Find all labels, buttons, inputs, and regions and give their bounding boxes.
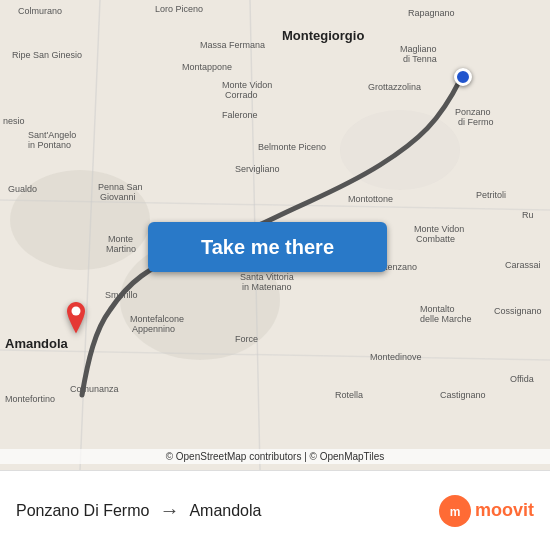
origin-label: Ponzano Di Fermo — [16, 502, 149, 520]
destination-marker — [62, 302, 90, 342]
svg-text:Monte Vidon: Monte Vidon — [414, 224, 464, 234]
svg-text:Ru: Ru — [522, 210, 534, 220]
svg-text:Carassai: Carassai — [505, 260, 541, 270]
svg-text:nesio: nesio — [3, 116, 25, 126]
take-me-there-button[interactable]: Take me there — [148, 222, 387, 272]
svg-text:Falerone: Falerone — [222, 110, 258, 120]
svg-text:Loro Piceno: Loro Piceno — [155, 4, 203, 14]
svg-text:Monte: Monte — [108, 234, 133, 244]
svg-text:Cossignano: Cossignano — [494, 306, 542, 316]
svg-text:in Matenano: in Matenano — [242, 282, 292, 292]
svg-text:Combatte: Combatte — [416, 234, 455, 244]
svg-text:Martino: Martino — [106, 244, 136, 254]
svg-text:Montottone: Montottone — [348, 194, 393, 204]
svg-text:Sant'Angelo: Sant'Angelo — [28, 130, 76, 140]
svg-text:Montalto: Montalto — [420, 304, 455, 314]
svg-text:Ripe San Ginesio: Ripe San Ginesio — [12, 50, 82, 60]
svg-text:Santa Vittoria: Santa Vittoria — [240, 272, 294, 282]
svg-text:Force: Force — [235, 334, 258, 344]
svg-text:Belmonte Piceno: Belmonte Piceno — [258, 142, 326, 152]
svg-text:in Pontano: in Pontano — [28, 140, 71, 150]
moovit-logo: m moovit — [439, 495, 534, 527]
route-arrow: → — [159, 499, 179, 522]
route-info: Ponzano Di Fermo → Amandola — [16, 499, 261, 522]
destination-label: Amandola — [189, 502, 261, 520]
svg-text:Magliano: Magliano — [400, 44, 437, 54]
svg-text:Rapagnano: Rapagnano — [408, 8, 455, 18]
svg-text:Servigliano: Servigliano — [235, 164, 280, 174]
svg-text:Corrado: Corrado — [225, 90, 258, 100]
svg-text:Ponzano: Ponzano — [455, 107, 491, 117]
svg-point-56 — [72, 307, 81, 316]
svg-text:Monte Vidon: Monte Vidon — [222, 80, 272, 90]
svg-text:Grottazzolina: Grottazzolina — [368, 82, 421, 92]
map-container: Colmurano Loro Piceno Rapagnano Ripe San… — [0, 0, 550, 470]
svg-text:Castignano: Castignano — [440, 390, 486, 400]
map-attribution: © OpenStreetMap contributors | © OpenMap… — [0, 449, 550, 464]
svg-text:Montedinove: Montedinove — [370, 352, 422, 362]
svg-text:Montegiorgio: Montegiorgio — [282, 28, 364, 43]
svg-text:delle Marche: delle Marche — [420, 314, 472, 324]
svg-text:Montefalcone: Montefalcone — [130, 314, 184, 324]
svg-text:Penna San: Penna San — [98, 182, 143, 192]
svg-text:Amandola: Amandola — [5, 336, 69, 351]
moovit-logo-text: moovit — [475, 500, 534, 521]
bottom-bar: Ponzano Di Fermo → Amandola m moovit — [0, 470, 550, 550]
svg-text:Giovanni: Giovanni — [100, 192, 136, 202]
svg-text:Petritoli: Petritoli — [476, 190, 506, 200]
svg-text:Massa Fermana: Massa Fermana — [200, 40, 265, 50]
svg-text:Montappone: Montappone — [182, 62, 232, 72]
svg-text:Montefortino: Montefortino — [5, 394, 55, 404]
svg-text:Comunanza: Comunanza — [70, 384, 119, 394]
app: Colmurano Loro Piceno Rapagnano Ripe San… — [0, 0, 550, 550]
svg-text:Appennino: Appennino — [132, 324, 175, 334]
svg-text:m: m — [450, 505, 461, 519]
moovit-logo-icon: m — [439, 495, 471, 527]
svg-text:di Fermo: di Fermo — [458, 117, 494, 127]
svg-text:Rotella: Rotella — [335, 390, 363, 400]
svg-text:Smerillo: Smerillo — [105, 290, 138, 300]
origin-marker — [454, 68, 472, 86]
svg-text:Colmurano: Colmurano — [18, 6, 62, 16]
svg-text:di Tenna: di Tenna — [403, 54, 437, 64]
svg-text:Gualdo: Gualdo — [8, 184, 37, 194]
svg-text:Offida: Offida — [510, 374, 534, 384]
